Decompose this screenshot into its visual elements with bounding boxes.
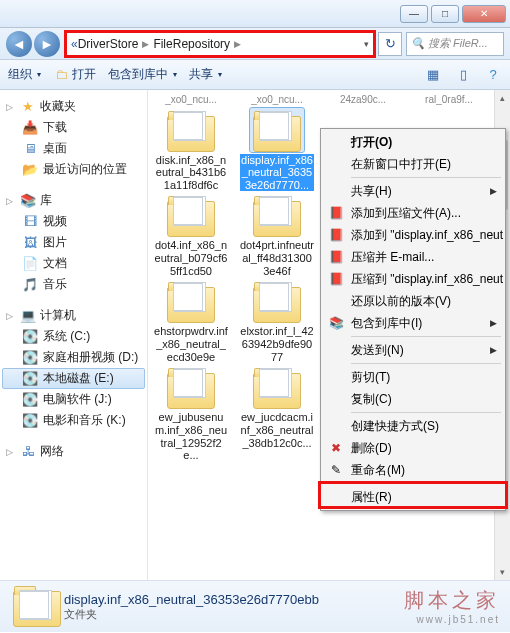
network-icon: 🖧 bbox=[20, 444, 36, 460]
ctx-send-to[interactable]: 发送到(N)▶ bbox=[323, 339, 503, 361]
folder-item[interactable]: _xo0_ncu... bbox=[240, 94, 314, 106]
forward-button[interactable]: ► bbox=[34, 31, 60, 57]
ctx-add-archive[interactable]: 📕添加到压缩文件(A)... bbox=[323, 202, 503, 224]
back-button[interactable]: ◄ bbox=[6, 31, 32, 57]
folder-item[interactable]: dot4prt.infneutral_ff48d313003e46f bbox=[240, 193, 314, 277]
sidebar-network-header[interactable]: ▷🖧网络 bbox=[2, 441, 145, 462]
folder-item[interactable]: _xo0_ncu... bbox=[154, 94, 228, 106]
ctx-copy[interactable]: 复制(C) bbox=[323, 388, 503, 410]
share-menu[interactable]: 共享 bbox=[189, 66, 222, 83]
folder-item[interactable]: ehstorpwdrv.inf_x86_neutral_ecd30e9e bbox=[154, 279, 228, 363]
folder-icon bbox=[164, 279, 218, 323]
ctx-delete[interactable]: ✖删除(D) bbox=[323, 437, 503, 459]
refresh-button[interactable]: ↻ bbox=[378, 32, 402, 56]
ctx-add-to-display[interactable]: 📕添加到 "display.inf_x86_neut bbox=[323, 224, 503, 246]
sidebar-item-desktop[interactable]: 🖥桌面 bbox=[2, 138, 145, 159]
ctx-open[interactable]: 打开(O) bbox=[323, 131, 503, 153]
ctx-include-library[interactable]: 📚包含到库中(I)▶ bbox=[323, 312, 503, 334]
video-icon: 🎞 bbox=[22, 214, 38, 230]
sidebar-item-downloads[interactable]: 📥下载 bbox=[2, 117, 145, 138]
ctx-create-shortcut[interactable]: 创建快捷方式(S) bbox=[323, 415, 503, 437]
folder-item[interactable]: display.inf_x86_neutral_36353e26d7770... bbox=[240, 108, 314, 192]
folder-label: disk.inf_x86_neutral_b431b61a11f8df6c bbox=[154, 154, 228, 192]
scroll-down-icon[interactable]: ▾ bbox=[495, 564, 510, 580]
sidebar-libraries-header[interactable]: ▷📚库 bbox=[2, 190, 145, 211]
sidebar-favorites-header[interactable]: ▷★收藏夹 bbox=[2, 96, 145, 117]
folder-icon bbox=[250, 193, 304, 237]
drive-icon: 💽 bbox=[22, 329, 38, 345]
close-button[interactable]: ✕ bbox=[462, 5, 506, 23]
chevron-right-icon[interactable]: ▶ bbox=[142, 39, 149, 49]
folder-item[interactable]: 24za90c... bbox=[326, 94, 400, 106]
computer-icon: 💻 bbox=[20, 308, 36, 324]
sidebar-drive-j[interactable]: 💽电脑软件 (J:) bbox=[2, 389, 145, 410]
ctx-restore-versions[interactable]: 还原以前的版本(V) bbox=[323, 290, 503, 312]
organize-menu[interactable]: 组织 bbox=[8, 66, 41, 83]
details-type: 文件夹 bbox=[64, 607, 319, 622]
open-label: 打开 bbox=[72, 66, 96, 83]
search-input[interactable]: 🔍 搜索 FileR... bbox=[406, 32, 504, 56]
download-icon: 📥 bbox=[22, 120, 38, 136]
sidebar-item-music[interactable]: 🎵音乐 bbox=[2, 274, 145, 295]
watermark: 脚本之家 www.jb51.net bbox=[404, 587, 500, 625]
picture-icon: 🖼 bbox=[22, 235, 38, 251]
watermark-sub: www.jb51.net bbox=[404, 614, 500, 625]
sidebar-computer-header[interactable]: ▷💻计算机 bbox=[2, 305, 145, 326]
maximize-button[interactable]: □ bbox=[431, 5, 459, 23]
ctx-compress-to[interactable]: 📕压缩到 "display.inf_x86_neut bbox=[323, 268, 503, 290]
folder-label: _xo0_ncu... bbox=[240, 94, 314, 106]
sidebar-item-label: 家庭相册视频 (D:) bbox=[43, 349, 138, 366]
view-options-button[interactable]: ▦ bbox=[424, 66, 442, 84]
music-icon: 🎵 bbox=[22, 277, 38, 293]
archive-icon: 📕 bbox=[328, 227, 344, 243]
ctx-rename[interactable]: ✎重命名(M) bbox=[323, 459, 503, 481]
folder-item[interactable]: elxstor.inf_l_4263942b9dfe9077 bbox=[240, 279, 314, 363]
sidebar-drive-e[interactable]: 💽本地磁盘 (E:) bbox=[2, 368, 145, 389]
folder-item[interactable]: ew_jubusenum.inf_x86_neutral_12952f2e... bbox=[154, 365, 228, 462]
sidebar-item-label: 文档 bbox=[43, 255, 67, 272]
sidebar-item-label: 下载 bbox=[43, 119, 67, 136]
watermark-text: 脚本之家 bbox=[404, 589, 500, 611]
chevron-right-icon[interactable]: ▶ bbox=[234, 39, 241, 49]
minimize-button[interactable]: — bbox=[400, 5, 428, 23]
recent-icon: 📂 bbox=[22, 162, 38, 178]
sidebar-item-pictures[interactable]: 🖼图片 bbox=[2, 232, 145, 253]
open-button[interactable]: 🗀 打开 bbox=[53, 66, 96, 83]
help-button[interactable]: ? bbox=[484, 66, 502, 84]
navigation-sidebar: ▷★收藏夹 📥下载 🖥桌面 📂最近访问的位置 ▷📚库 🎞视频 🖼图片 📄文档 🎵… bbox=[0, 90, 148, 580]
drive-icon: 💽 bbox=[22, 392, 38, 408]
sidebar-item-label: 最近访问的位置 bbox=[43, 161, 127, 178]
archive-icon: 📕 bbox=[328, 249, 344, 265]
sidebar-item-docs[interactable]: 📄文档 bbox=[2, 253, 145, 274]
preview-pane-button[interactable]: ▯ bbox=[454, 66, 472, 84]
sidebar-item-label: 图片 bbox=[43, 234, 67, 251]
sidebar-item-label: 电影和音乐 (K:) bbox=[43, 412, 126, 429]
sidebar-drive-c[interactable]: 💽系统 (C:) bbox=[2, 326, 145, 347]
sidebar-item-recent[interactable]: 📂最近访问的位置 bbox=[2, 159, 145, 180]
breadcrumb-seg[interactable]: DriverStore bbox=[78, 37, 139, 51]
sidebar-item-label: 系统 (C:) bbox=[43, 328, 90, 345]
sidebar-label: 收藏夹 bbox=[40, 98, 76, 115]
folder-item[interactable]: disk.inf_x86_neutral_b431b61a11f8df6c bbox=[154, 108, 228, 192]
breadcrumb-seg[interactable]: FileRepository bbox=[153, 37, 230, 51]
drive-icon: 💽 bbox=[22, 371, 38, 387]
folder-label: ew_jubusenum.inf_x86_neutral_12952f2e... bbox=[154, 411, 228, 462]
ctx-properties[interactable]: 属性(R) bbox=[323, 486, 503, 508]
sidebar-item-videos[interactable]: 🎞视频 bbox=[2, 211, 145, 232]
sidebar-item-label: 本地磁盘 (E:) bbox=[43, 370, 114, 387]
dropdown-icon[interactable]: ▾ bbox=[364, 39, 369, 49]
sidebar-drive-d[interactable]: 💽家庭相册视频 (D:) bbox=[2, 347, 145, 368]
folder-icon bbox=[10, 587, 54, 627]
ctx-compress-email[interactable]: 📕压缩并 E-mail... bbox=[323, 246, 503, 268]
folder-label: 24za90c... bbox=[326, 94, 400, 106]
scroll-up-icon[interactable]: ▴ bbox=[495, 90, 510, 106]
ctx-open-new-window[interactable]: 在新窗口中打开(E) bbox=[323, 153, 503, 175]
sidebar-drive-k[interactable]: 💽电影和音乐 (K:) bbox=[2, 410, 145, 431]
ctx-cut[interactable]: 剪切(T) bbox=[323, 366, 503, 388]
address-bar[interactable]: « DriverStore ▶ FileRepository ▶ ▾ bbox=[66, 32, 374, 56]
folder-item[interactable]: dot4.inf_x86_neutral_b079cf65ff1cd50 bbox=[154, 193, 228, 277]
folder-item[interactable]: ral_0ra9f... bbox=[412, 94, 486, 106]
ctx-share[interactable]: 共享(H)▶ bbox=[323, 180, 503, 202]
folder-item[interactable]: ew_jucdcacm.inf_x86_neutral_38db12c0c... bbox=[240, 365, 314, 462]
include-library-menu[interactable]: 包含到库中 bbox=[108, 66, 177, 83]
